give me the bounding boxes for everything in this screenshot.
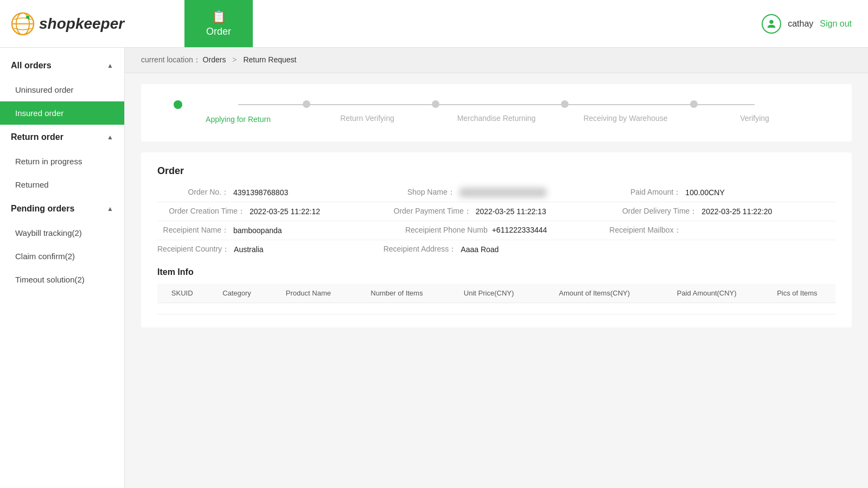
recipient-mailbox-label: Receipient Mailbox： [609,226,685,235]
step-label-final-verifying: Verifying [740,113,769,124]
table-body [157,303,835,314]
cell-skuid [157,303,207,314]
order-section-title: Order [157,165,835,177]
recipient-phone-label: Receipient Phone Numb [384,226,492,234]
stepper: Applying for Return Return Verifying [174,100,819,125]
payment-time-value: 2022-03-25 11:22:13 [476,207,546,216]
logo-icon [11,12,35,36]
chevron-up-icon-3: ▲ [107,205,113,213]
sidebar-group-all-orders-label: All orders [11,61,52,70]
order-no-value: 4391398768803 [233,188,288,197]
sidebar-item-return-in-progress[interactable]: Return in progress [0,150,124,173]
paid-amount-field: Paid Amount： 100.00CNY [609,188,835,197]
col-category: Category [207,284,266,303]
breadcrumb: current location： Orders > Return Reques… [125,48,868,73]
step-dot-applying [174,100,182,109]
step-receiving: Receiving by Warehouse [561,100,690,124]
cell-paid-amount [655,303,759,314]
sidebar-group-pending-orders[interactable]: Pending orders ▲ [0,196,124,221]
col-unit-price: Unit Price(CNY) [444,284,534,303]
sidebar-group-pending-orders-label: Pending orders [11,204,74,214]
recipient-country-value: Australia [234,245,263,254]
order-tab-icon: 📋 [212,10,226,24]
step-dot-verifying [303,100,310,108]
shop-name-field: Shop Name： [384,188,610,197]
paid-amount-value: 100.00CNY [685,188,724,197]
step-label-verifying: Return Verifying [340,113,394,124]
sidebar-item-waybill-tracking[interactable]: Waybill tracking(2) [0,221,124,245]
sidebar-group-return-order-label: Return order [11,132,63,142]
creation-time-label: Order Creation Time： [157,207,250,216]
delivery-time-label: Order Delivery Time： [609,207,701,216]
sidebar-item-claim-confirm[interactable]: Claim confirm(2) [0,245,124,268]
payment-time-label: Order Payment Time： [384,207,476,216]
header-right: cathay Sign out [762,14,868,34]
cell-number-items [350,303,443,314]
svg-point-3 [769,20,773,23]
order-no-label: Order No.： [157,188,233,197]
order-row-4: Receipient Country： Australia Receipient… [157,245,835,254]
breadcrumb-separator: > [232,55,237,64]
col-pics: Pics of Items [759,284,835,303]
signout-button[interactable]: Sign out [820,19,852,29]
table-row [157,303,835,314]
main-content: current location： Orders > Return Reques… [125,48,868,488]
table-header-row: SKUID Category Product Name Number of It… [157,284,835,303]
item-info-title: Item Info [157,267,835,277]
col-paid-amount: Paid Amount(CNY) [655,284,759,303]
chevron-up-icon-2: ▲ [107,133,113,141]
paid-amount-label: Paid Amount： [609,188,685,197]
recipient-name-label: Receipient Name： [157,226,233,235]
step-dot-receiving [561,100,569,108]
divider-3 [157,240,835,240]
user-avatar-icon [762,14,781,34]
username-label: cathay [788,19,813,29]
sidebar: All orders ▲ Uninsured order Insured ord… [0,48,125,488]
order-section: Order Order No.： 4391398768803 Shop Name… [141,152,852,328]
tab-order[interactable]: 📋 Order [184,0,253,47]
step-dot-final-verifying [690,100,698,108]
sidebar-group-all-orders[interactable]: All orders ▲ [0,53,124,78]
col-amount-items: Amount of Items(CNY) [534,284,655,303]
sidebar-item-insured-order[interactable]: Insured order [0,101,124,125]
logo-area: shopkeeper [0,12,184,36]
step-final-verifying: Verifying [690,100,819,124]
sidebar-group-return-order[interactable]: Return order ▲ [0,125,124,150]
order-row-3: Receipient Name： bamboopanda Receipient … [157,226,835,235]
cell-category [207,303,266,314]
sidebar-item-returned[interactable]: Returned [0,173,124,196]
chevron-up-icon: ▲ [107,62,113,69]
sidebar-item-timeout-solution[interactable]: Timeout solution(2) [0,268,124,291]
recipient-mailbox-field: Receipient Mailbox： [609,226,835,235]
creation-time-field: Order Creation Time： 2022-03-25 11:22:12 [157,207,384,216]
divider-2 [157,221,835,221]
col-skuid: SKUID [157,284,207,303]
divider-1 [157,202,835,202]
order-row-2: Order Creation Time： 2022-03-25 11:22:12… [157,207,835,216]
nav-tabs: 📋 Order [184,0,253,47]
delivery-time-value: 2022-03-25 11:22:20 [701,207,772,216]
step-label-receiving: Receiving by Warehouse [583,113,667,124]
sidebar-item-uninsured-order[interactable]: Uninsured order [0,78,124,101]
recipient-name-value: bamboopanda [233,226,282,235]
delivery-time-field: Order Delivery Time： 2022-03-25 11:22:20 [609,207,835,216]
breadcrumb-current: Return Request [243,55,296,64]
app-header: shopkeeper 📋 Order cathay Sign out [0,0,868,48]
cell-product-name [267,303,350,314]
step-merchandise: Merchandise Returning [432,100,561,124]
recipient-country-field: Receipient Country： Australia [157,245,384,254]
cell-pics [759,303,835,314]
cell-amount-items [534,303,655,314]
shop-name-label: Shop Name： [384,188,459,197]
cell-unit-price [444,303,534,314]
payment-time-field: Order Payment Time： 2022-03-25 11:22:13 [384,207,610,216]
tab-order-label: Order [206,26,231,37]
recipient-phone-field: Receipient Phone Numb +611222333444 [384,226,610,234]
recipient-address-value: Aaaa Road [461,245,499,254]
shop-name-value [459,188,546,197]
creation-time-value: 2022-03-25 11:22:12 [250,207,320,216]
logo-text: shopkeeper [39,15,124,33]
step-label-applying: Applying for Return [206,114,271,125]
col-number-items: Number of Items [350,284,443,303]
breadcrumb-orders-link[interactable]: Orders [203,55,226,64]
